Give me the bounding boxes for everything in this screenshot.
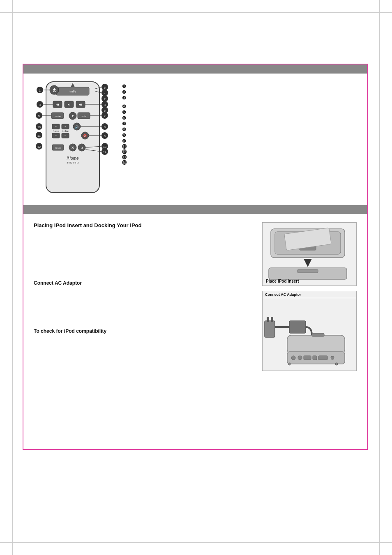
svg-text:14: 14 [103,151,106,154]
svg-rect-91 [267,317,269,322]
svg-text:treble: treble [62,130,69,133]
legend-12: ⓬ [122,150,127,154]
setup-text-column: Placing iPod Insert and Docking Your iPo… [34,222,254,336]
svg-text:6: 6 [104,86,106,89]
svg-rect-90 [265,321,275,337]
svg-text:2: 2 [104,98,106,101]
svg-text:1: 1 [39,89,41,92]
svg-text:reset: reset [55,147,61,149]
svg-rect-101 [313,356,317,360]
setup-images-column: Place iPod Insert Connect AC Adaptor [262,222,357,371]
svg-point-99 [298,356,302,360]
ipod-insert-image-box: Place iPod Insert [262,222,357,286]
legend-2: ❷ [122,90,127,95]
svg-rect-88 [297,269,318,273]
legend-13: ⓭ [122,155,127,160]
svg-point-104 [335,363,338,365]
legend-column: ❶ ❷ ❸ ❹ ❺ ❻ ❼ ❽ ❾ ❿ ⓫ ⓬ ⓭ ⓮ [122,84,127,199]
svg-point-103 [331,356,334,359]
svg-text:bass: bass [53,130,59,133]
legend-3: ❸ [122,95,127,101]
svg-text:↺: ↺ [81,146,83,150]
svg-text:+: + [55,125,57,128]
remote-illustration: truffy ⏻ ⏮ ⏯ ⏭ master ▼ order [32,80,114,203]
svg-text:12: 12 [37,145,41,148]
connect-ac-heading: Connect AC Adaptor [34,280,254,286]
legend-5: ❺ [122,110,127,115]
setup-section-header-bar [23,205,367,214]
svg-rect-96 [312,333,324,336]
remote-section-header-bar [23,64,367,74]
svg-text:5: 5 [38,115,40,117]
place-ipod-insert-label: Place iPod Insert [266,279,299,283]
connect-ac-adaptor-label: Connect AC Adaptor [263,291,356,298]
svg-text:11: 11 [37,134,41,137]
svg-text:⏻: ⏻ [53,88,57,92]
svg-rect-100 [304,356,311,360]
main-content-box: truffy ⏻ ⏮ ⏯ ⏭ master ▼ order [23,64,368,450]
svg-point-98 [291,356,295,360]
svg-text:🔇: 🔇 [83,134,87,138]
svg-text:4: 4 [104,92,106,95]
legend-6: ❻ [122,115,127,121]
legend-9: ❾ [122,133,127,138]
svg-text:+: + [65,125,66,128]
svg-text:3: 3 [39,104,41,106]
svg-text:9: 9 [104,135,106,138]
legend-11: ⓫ [122,144,127,149]
svg-text:8: 8 [104,126,106,129]
svg-text:master: master [54,115,61,117]
page-border-top [0,12,392,13]
legend-7: ❼ [122,121,127,127]
remote-section: truffy ⏻ ⏮ ⏯ ⏭ master ▼ order [23,74,367,205]
svg-rect-92 [271,317,273,322]
svg-text:6: 6 [104,109,106,112]
ac-adaptor-image-box: Connect AC Adaptor [262,291,357,371]
svg-text:order: order [81,115,87,117]
legend-8: ❽ [122,127,127,132]
svg-text:⏮: ⏮ [56,103,59,106]
legend-4: ❹ [122,104,127,109]
svg-text:−: − [55,134,57,138]
svg-marker-86 [304,259,312,267]
connect-ac-spacer [34,288,254,321]
svg-text:−: − [65,134,67,138]
svg-text:13: 13 [103,145,106,148]
svg-rect-95 [287,335,345,354]
svg-text:truffy: truffy [69,90,76,93]
svg-text:▼: ▼ [71,114,74,118]
svg-text:⏯: ⏯ [67,103,71,106]
svg-text:🔊: 🔊 [75,125,79,129]
svg-text:iHome: iHome [67,156,79,161]
page-border-bottom [0,542,392,543]
svg-rect-94 [289,321,306,333]
setup-section: Placing iPod Insert and Docking Your iPo… [23,214,367,377]
placing-heading: Placing iPod Insert and Docking Your iPo… [34,222,254,228]
svg-text:7: 7 [104,115,106,117]
ipod-compat-heading: To check for iPod compatibility [34,328,254,334]
svg-text:10: 10 [37,126,41,129]
svg-text:3: 3 [104,104,106,106]
page-border-left [12,0,13,555]
legend-14: ⓮ [122,160,127,165]
page-border-right [379,0,380,555]
legend-1: ❶ [122,84,127,89]
legend-10: ❿ [122,138,127,144]
svg-point-105 [288,363,291,365]
svg-rect-102 [318,356,327,360]
placing-text-spacer [34,232,254,273]
svg-text:⏭: ⏭ [79,103,82,106]
svg-text:iHH2-IHH2: iHH2-IHH2 [67,161,79,164]
svg-text:✕: ✕ [71,145,74,150]
